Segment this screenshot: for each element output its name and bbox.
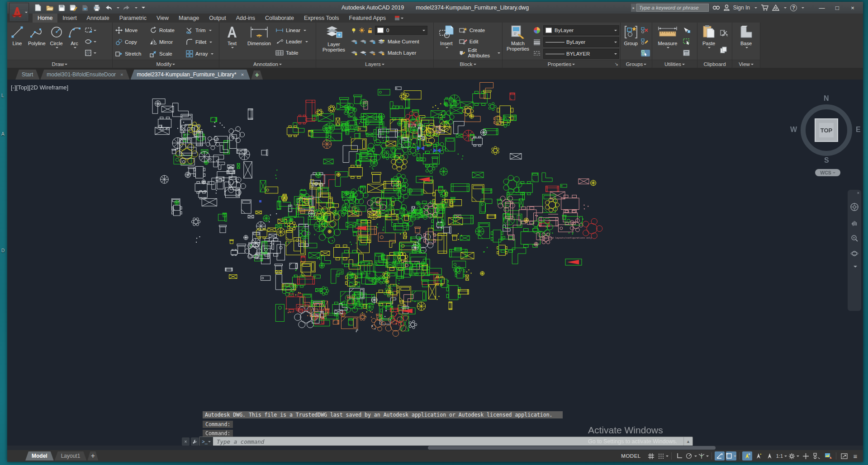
fillet-button[interactable]: Fillet xyxy=(186,38,219,46)
undo-button[interactable] xyxy=(104,3,113,12)
measure-button[interactable]: Measure xyxy=(653,23,682,60)
crosshair-icon[interactable] xyxy=(801,451,811,460)
search-input[interactable] xyxy=(636,4,709,12)
lineweight-dropdown[interactable]: ByLayer xyxy=(543,37,619,47)
rotate-button[interactable]: Rotate xyxy=(150,27,186,34)
maximize-button[interactable]: □ xyxy=(830,2,845,13)
make-current-button[interactable]: Make Current xyxy=(388,39,419,44)
panel-label-clipboard[interactable]: Clipboard xyxy=(697,60,732,68)
layer-isolate-icon[interactable] xyxy=(351,39,358,44)
trim-button[interactable]: Trim xyxy=(186,27,219,34)
a360-icon[interactable] xyxy=(772,5,779,11)
ungroup-icon[interactable] xyxy=(641,27,650,33)
model-space-toggle[interactable]: MODEL xyxy=(617,452,645,460)
zoom-icon[interactable] xyxy=(850,234,859,242)
make-current-icon[interactable] xyxy=(378,39,385,44)
compass-west[interactable]: W xyxy=(790,126,797,134)
layout1-tab[interactable]: Layout1 xyxy=(55,451,87,460)
layer-thaw-icon[interactable] xyxy=(359,27,365,33)
layer-off-icon[interactable] xyxy=(351,50,358,56)
scrollbar-thumb[interactable] xyxy=(428,446,716,450)
annotation-scale-value[interactable]: 1:1 xyxy=(776,451,787,460)
scale-button[interactable]: Scale xyxy=(150,50,186,57)
tab-manage[interactable]: Manage xyxy=(174,14,204,23)
paste-button[interactable]: Paste xyxy=(698,23,719,60)
tab-parametric[interactable]: Parametric xyxy=(114,14,152,23)
layer-select-dropdown[interactable]: 0 xyxy=(375,26,427,35)
sign-in-button[interactable]: Sign In xyxy=(733,5,750,11)
panel-label-modify[interactable]: Modify xyxy=(113,60,219,68)
layer-freeze-icon[interactable] xyxy=(360,39,367,44)
redo-dropdown-icon[interactable] xyxy=(135,7,138,10)
linear-dimension-button[interactable]: Linear xyxy=(275,24,313,36)
panel-label-block[interactable]: Block xyxy=(434,60,502,68)
viewcube-top-face[interactable]: TOP xyxy=(815,118,838,142)
tab-home[interactable]: Home xyxy=(33,14,57,23)
file-tab-model301[interactable]: model301-BifoldEnsuiteDoor× xyxy=(40,70,129,80)
layer-match-icon[interactable] xyxy=(360,50,367,56)
layer-lock-icon[interactable] xyxy=(369,39,376,44)
tab-express-tools[interactable]: Express Tools xyxy=(299,14,344,23)
layer-unlock2-icon[interactable] xyxy=(378,50,385,56)
object-snap-tracking-toggle[interactable] xyxy=(715,451,725,460)
search-collapse-icon[interactable]: ▸ xyxy=(631,4,636,12)
stretch-button[interactable]: Stretch xyxy=(115,50,150,57)
plot-preview-button[interactable] xyxy=(81,3,90,12)
color-wheel-icon[interactable] xyxy=(533,27,542,34)
layer-sun-icon[interactable] xyxy=(369,50,376,56)
base-button[interactable]: Base xyxy=(737,23,756,60)
panel-label-properties[interactable]: Properties↘ xyxy=(503,60,620,68)
circle-button[interactable]: Circle xyxy=(47,23,66,60)
edit-block-button[interactable]: Edit xyxy=(459,36,500,47)
help-dropdown-icon[interactable] xyxy=(802,7,804,10)
hatch-tool-button[interactable] xyxy=(85,47,103,58)
workspace-switching-icon[interactable] xyxy=(788,451,799,460)
annotation-scale-icon[interactable] xyxy=(765,451,775,460)
command-history-scroll-icon[interactable]: ▲ xyxy=(683,437,693,446)
help-icon[interactable]: ? xyxy=(790,5,797,11)
save-as-button[interactable] xyxy=(69,3,78,12)
tab-close-icon[interactable]: × xyxy=(120,72,123,77)
ellipse-tool-button[interactable] xyxy=(85,36,103,47)
group-button[interactable]: Group xyxy=(621,23,640,60)
text-button[interactable]: Text xyxy=(220,23,244,60)
panel-label-utilities[interactable]: Utilities xyxy=(652,60,697,68)
tab-view[interactable]: View xyxy=(152,14,174,23)
object-snap-toggle[interactable] xyxy=(726,451,736,460)
select-similar-icon[interactable] xyxy=(683,38,693,45)
clean-screen-icon[interactable] xyxy=(839,451,849,460)
tab-insert[interactable]: Insert xyxy=(57,14,81,23)
object-color-dropdown[interactable]: ByLayer xyxy=(543,25,619,35)
sign-in-dropdown-icon[interactable] xyxy=(754,7,757,10)
undo-dropdown-icon[interactable] xyxy=(117,7,119,10)
file-tab-start[interactable]: Start xyxy=(15,70,39,80)
application-menu-button[interactable] xyxy=(9,3,29,22)
mirror-button[interactable]: Mirror xyxy=(150,38,186,46)
command-close-icon[interactable]: × xyxy=(182,437,190,446)
pan-icon[interactable] xyxy=(850,219,859,227)
properties-dialog-launcher-icon[interactable]: ↘ xyxy=(615,61,618,66)
ortho-mode-toggle[interactable] xyxy=(674,451,684,460)
ucs-dropdown[interactable]: WCS xyxy=(815,169,840,176)
tab-annotate[interactable]: Annotate xyxy=(82,14,114,23)
panel-label-draw[interactable]: Draw xyxy=(7,60,112,68)
redo-button[interactable] xyxy=(122,3,131,12)
match-properties-button[interactable]: Match Properties xyxy=(503,23,532,60)
lineweight-icon[interactable] xyxy=(533,39,542,45)
panel-label-view[interactable]: View xyxy=(732,60,760,68)
navbar-more-icon[interactable] xyxy=(854,266,857,269)
annotation-visibility-toggle[interactable] xyxy=(742,451,752,460)
dimension-button[interactable]: Dimension xyxy=(244,23,275,60)
new-layout-button[interactable]: + xyxy=(87,451,98,460)
polyline-button[interactable]: Polyline xyxy=(26,23,47,60)
array-button[interactable]: Array xyxy=(186,50,219,57)
layer-unlock-icon[interactable] xyxy=(367,27,373,33)
app-store-cart-icon[interactable] xyxy=(761,5,768,11)
copy-clip-icon[interactable] xyxy=(720,47,730,53)
save-button[interactable] xyxy=(57,3,66,12)
command-customize-icon[interactable] xyxy=(191,437,199,446)
copy-button[interactable]: Copy xyxy=(115,38,150,46)
insert-block-button[interactable]: Insert xyxy=(435,23,458,60)
navbar-close-icon[interactable]: × xyxy=(857,191,859,195)
compass-east[interactable]: E xyxy=(856,126,861,134)
